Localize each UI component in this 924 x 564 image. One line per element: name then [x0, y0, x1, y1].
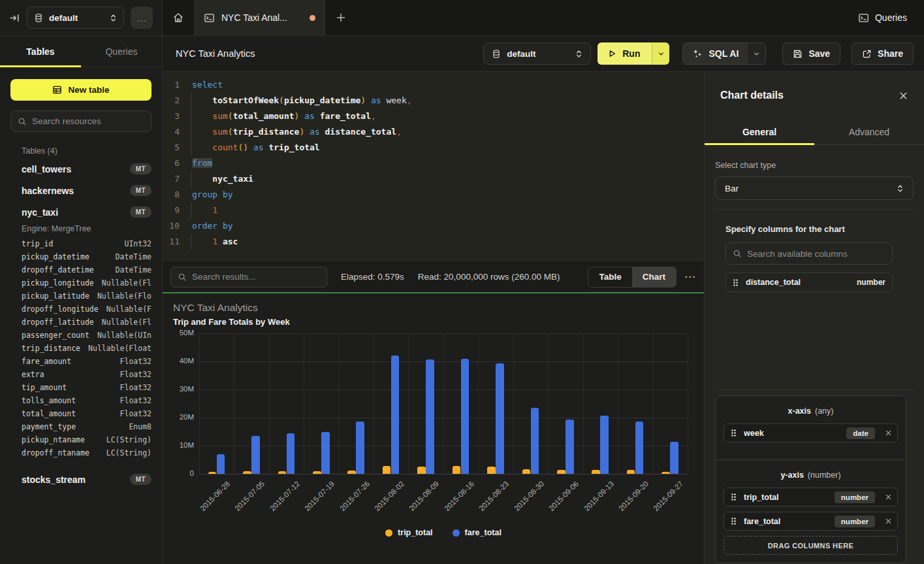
code-token: ( — [228, 111, 233, 121]
remove-column-icon[interactable] — [885, 518, 892, 525]
column-type: UInt32 — [124, 239, 151, 248]
table-icon — [52, 85, 62, 95]
tab-queries[interactable]: Queries — [81, 36, 162, 67]
line-number: 5 — [168, 140, 180, 156]
database-selector[interactable]: default — [27, 7, 124, 29]
line-number: 2 — [168, 93, 180, 108]
bar-trip_total — [243, 471, 251, 474]
sidebar-more-button[interactable]: … — [131, 7, 153, 29]
column-row: fare_amountFloat32 — [0, 355, 162, 368]
run-button[interactable]: Run — [597, 42, 652, 65]
tab-tables[interactable]: Tables — [0, 36, 81, 67]
run-options-button[interactable] — [652, 42, 669, 65]
new-table-button[interactable]: New table — [10, 79, 151, 101]
axes-card: x-axis(any) weekdate y-axis(number) trip… — [715, 395, 906, 563]
gridline — [304, 333, 304, 474]
chart-panel: NYC Taxi Analytics Trip and Fare Totals … — [163, 293, 704, 564]
sql-ai-options-button[interactable] — [748, 43, 765, 64]
column-type: Nullable(UIn — [97, 331, 151, 340]
column-chip-trip_total[interactable]: trip_totalnumber — [724, 488, 898, 506]
legend-item-fare_total[interactable]: fare_total — [453, 528, 502, 537]
share-button[interactable]: Share — [852, 42, 914, 65]
new-tab-button[interactable] — [325, 0, 357, 35]
engine-badge: MT — [130, 474, 151, 485]
editor-line: 9 1 — [168, 203, 704, 218]
terminal-icon — [858, 12, 869, 24]
column-search[interactable] — [725, 242, 893, 265]
x-axis-tick: 2015-07-26 — [338, 480, 371, 512]
drag-handle-icon[interactable] — [731, 429, 737, 437]
column-name: pickup_longitude — [22, 278, 94, 288]
code-token: count — [212, 142, 238, 152]
query-tab[interactable]: NYC Taxi Anal... — [195, 0, 325, 35]
editor-line: 8group by — [168, 187, 704, 203]
drag-handle-icon[interactable] — [731, 517, 737, 525]
legend-item-trip_total[interactable]: trip_total — [385, 528, 432, 537]
indent-guide — [191, 108, 191, 124]
column-chip-fare_total[interactable]: fare_totalnumber — [724, 512, 898, 531]
editor-line: 2 toStartOfWeek(pickup_datetime) as week… — [168, 93, 704, 108]
column-row: tolls_amountFloat32 — [0, 394, 162, 407]
column-type: Nullable(Fl — [102, 278, 151, 288]
collapse-sidebar-icon[interactable] — [9, 12, 20, 24]
unsaved-dot — [310, 15, 315, 21]
column-search-input[interactable] — [747, 249, 885, 259]
chart-title: NYC Taxi Analytics — [173, 302, 258, 314]
chart-details-tabs: General Advanced — [705, 119, 924, 145]
active-tab-underline — [705, 143, 814, 145]
close-icon[interactable] — [899, 91, 908, 101]
column-row: pickup_latitudeNullable(Flo — [0, 290, 162, 303]
code-token — [192, 127, 212, 137]
tab-general[interactable]: General — [705, 119, 814, 144]
remove-column-icon[interactable] — [885, 493, 892, 501]
column-row: dropoff_ntanameLC(String) — [0, 446, 162, 459]
line-number: 6 — [168, 156, 180, 171]
results-more-button[interactable]: ⋯ — [684, 270, 696, 284]
drop-zone[interactable]: DRAG COLUMNS HERE — [724, 536, 898, 555]
toolbar-database-selector[interactable]: default — [483, 42, 591, 65]
sql-editor[interactable]: 1select2 toStartOfWeek(pickup_datetime) … — [163, 72, 704, 261]
column-chip-distance_total[interactable]: distance_totalnumber — [725, 273, 893, 292]
gridline — [583, 333, 584, 474]
sql-ai-button[interactable]: SQL AI — [683, 43, 748, 64]
column-name: pickup_datetime — [22, 252, 89, 261]
table-row[interactable]: stocks_streamMT — [0, 469, 162, 490]
column-chip-week[interactable]: weekdate — [724, 423, 898, 442]
save-label: Save — [808, 48, 830, 59]
column-row: payment_typeEnum8 — [0, 420, 162, 433]
code-token: as — [371, 95, 381, 105]
share-icon — [862, 49, 872, 59]
resource-search-input[interactable] — [32, 116, 144, 126]
table-row[interactable]: cell_towersMT — [0, 158, 162, 180]
table-row[interactable]: hackernewsMT — [0, 180, 162, 201]
chart-type-select[interactable]: Bar — [715, 176, 914, 200]
divider — [715, 209, 914, 210]
terminal-icon — [204, 12, 215, 24]
indent-guide — [191, 124, 191, 140]
column-type: Float32 — [120, 409, 151, 418]
column-row: pickup_longitudeNullable(Fl — [0, 276, 162, 290]
remove-column-icon[interactable] — [885, 429, 892, 437]
home-button[interactable] — [163, 0, 195, 35]
line-number: 4 — [168, 124, 180, 140]
column-type: DateTime — [116, 252, 151, 261]
table-row[interactable]: nyc_taxiMT — [0, 201, 162, 223]
results-search[interactable] — [170, 267, 327, 288]
view-toggle-chart[interactable]: Chart — [632, 267, 676, 287]
drag-handle-icon[interactable] — [733, 278, 739, 287]
resource-search[interactable] — [10, 110, 151, 132]
results-search-input[interactable] — [192, 272, 320, 282]
queries-menu-button[interactable]: Queries — [858, 0, 907, 35]
chip-type-pill: number — [835, 491, 875, 503]
save-button[interactable]: Save — [782, 42, 840, 65]
drag-handle-icon[interactable] — [731, 493, 737, 501]
chip-column-name: distance_total — [746, 278, 801, 287]
indent-guide — [191, 234, 191, 250]
tab-advanced[interactable]: Advanced — [814, 119, 924, 144]
y-axis-label: y-axis — [780, 471, 803, 480]
code-token: trip_distance — [233, 127, 300, 137]
column-row: passenger_countNullable(UIn — [0, 329, 162, 342]
y-axis-tick: 20M — [163, 413, 194, 421]
view-toggle-table[interactable]: Table — [588, 267, 631, 287]
x-axis-tick: 2015-06-28 — [199, 480, 231, 512]
